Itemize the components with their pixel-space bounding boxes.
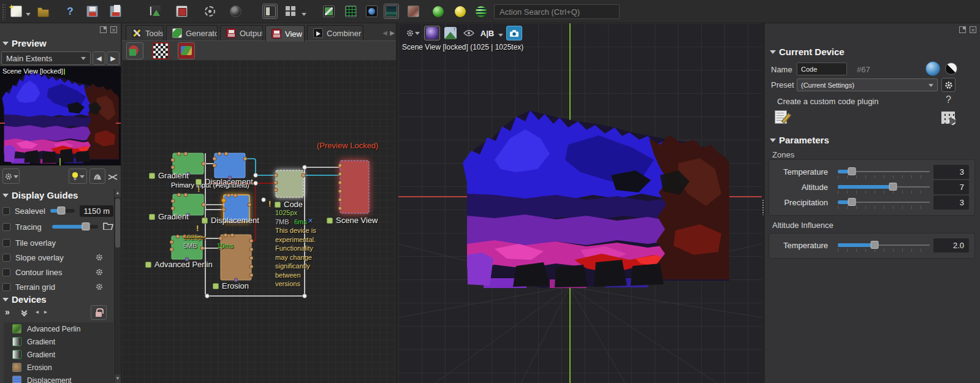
altitude-value[interactable]: 7 xyxy=(933,180,969,194)
action-search-input[interactable] xyxy=(494,4,620,19)
node-label-erosion[interactable]: Erosion xyxy=(213,281,249,290)
precipitation-slider[interactable] xyxy=(838,200,930,204)
prev-extents-button[interactable]: ◀ xyxy=(93,51,105,65)
close-stat-icon[interactable]: ✕ xyxy=(308,217,313,225)
tab-combiner[interactable]: Combiner xyxy=(307,25,363,40)
node-label-gradient-1[interactable]: Gradient xyxy=(149,171,189,180)
new-file-button[interactable] xyxy=(9,4,24,19)
sealevel-checkbox[interactable] xyxy=(2,207,10,215)
sealevel-slider[interactable] xyxy=(50,209,75,213)
tile-overlay-checkbox[interactable] xyxy=(2,239,10,247)
next-device-button[interactable]: ▸ xyxy=(44,308,47,315)
view-world-button[interactable] xyxy=(364,4,379,19)
edit-code-button[interactable] xyxy=(775,110,787,124)
layout-dropdown[interactable] xyxy=(302,13,306,18)
precipitation-value[interactable]: 3 xyxy=(933,195,969,210)
current-device-header[interactable]: Current Device xyxy=(770,47,845,57)
view-3d-button[interactable] xyxy=(384,4,399,19)
collapse-all-button[interactable] xyxy=(22,309,26,316)
visibility-button[interactable] xyxy=(462,26,476,40)
scene-3d-viewport[interactable]: A|B Scene View [locked] (1025 | 1025tex) xyxy=(398,23,762,383)
grid-settings-button[interactable] xyxy=(941,112,955,124)
view-graph-button[interactable] xyxy=(343,4,359,19)
highlighted-input-port[interactable] xyxy=(222,199,226,203)
device-name-input[interactable] xyxy=(797,63,847,75)
lock-button[interactable] xyxy=(91,305,107,320)
gear-icon[interactable] xyxy=(95,253,104,262)
alt-temperature-slider[interactable] xyxy=(838,243,930,247)
close-panel-icon[interactable]: × xyxy=(970,26,976,33)
device-list-item[interactable]: Erosion xyxy=(4,361,113,374)
preview-viewport[interactable]: Scene View [locked] xyxy=(0,66,121,165)
ab-compare-button[interactable]: A|B xyxy=(478,26,496,40)
new-file-dropdown[interactable] xyxy=(26,13,31,18)
scrollbar-thumb[interactable] xyxy=(115,199,120,248)
scroll-up-button[interactable]: ▲ xyxy=(115,189,121,197)
tracing-file-button[interactable] xyxy=(103,222,113,232)
temperature-value[interactable]: 3 xyxy=(933,165,969,179)
layout-quad-button[interactable] xyxy=(283,4,298,19)
world-machine-logo-button[interactable] xyxy=(228,4,243,19)
device-list-item[interactable]: Gradient xyxy=(4,335,113,348)
view-texture-button[interactable] xyxy=(406,4,421,19)
tab-scroll-right[interactable]: ▶ xyxy=(389,28,395,38)
scroll-down-button[interactable]: ▼ xyxy=(115,374,121,383)
contour-lines-checkbox[interactable] xyxy=(2,268,10,276)
device-list-item[interactable]: Displacement xyxy=(4,374,113,383)
terrain-grid-checkbox[interactable] xyxy=(2,283,10,291)
next-extents-button[interactable]: ▶ xyxy=(107,51,120,65)
left-panel-scrollbar[interactable]: ▲ ▼ xyxy=(114,189,121,383)
world-parameter-button[interactable] xyxy=(925,61,940,76)
device-list-item[interactable]: Gradient xyxy=(4,348,113,361)
altitude-slider[interactable] xyxy=(838,185,930,189)
help-icon[interactable]: ? xyxy=(946,94,951,105)
sealevel-value[interactable]: 1150 m xyxy=(80,205,113,217)
devices-section-header[interactable]: Devices xyxy=(2,294,47,305)
ab-dropdown[interactable] xyxy=(498,34,503,39)
orbit-camera-button[interactable] xyxy=(424,26,440,40)
save-button[interactable] xyxy=(85,4,100,19)
blend-toggle-button[interactable] xyxy=(945,63,957,75)
toolbar-grip[interactable] xyxy=(2,4,6,20)
alt-temperature-value[interactable]: 2.0 xyxy=(933,238,969,252)
screenshot-button[interactable] xyxy=(506,26,522,40)
preview-device-options-button[interactable] xyxy=(2,169,20,184)
gear-icon[interactable] xyxy=(95,283,104,291)
layout-single-button[interactable] xyxy=(262,4,278,19)
free-camera-button[interactable] xyxy=(443,26,458,40)
preview-section-header[interactable]: Preview xyxy=(2,38,47,48)
slope-overlay-checkbox[interactable] xyxy=(2,254,10,262)
layout-devices-button[interactable] xyxy=(174,4,189,19)
build-sphere-split-button[interactable] xyxy=(473,4,488,19)
splitter-handle[interactable] xyxy=(762,199,764,215)
build-settings-button[interactable] xyxy=(202,4,218,19)
tracing-checkbox[interactable] xyxy=(2,223,10,231)
temperature-slider[interactable] xyxy=(838,170,930,173)
tab-view[interactable]: View xyxy=(265,25,305,42)
tab-generator[interactable]: Generator xyxy=(166,25,218,40)
node-label-gradient-2[interactable]: Gradient xyxy=(149,212,189,221)
device-list-item[interactable]: Advanced Perlin xyxy=(4,322,113,335)
map-tool-button[interactable] xyxy=(178,42,195,59)
gear-icon[interactable] xyxy=(95,268,104,276)
extents-select[interactable]: Main Extents xyxy=(1,51,91,65)
preset-options-button[interactable] xyxy=(941,78,955,92)
expand-all-button[interactable]: » xyxy=(5,307,10,317)
node-label-advanced-perlin[interactable]: Advanced Perlin xyxy=(145,260,213,269)
wireframe-toggle[interactable] xyxy=(108,172,118,183)
node-label-code[interactable]: Code xyxy=(275,200,303,209)
node-graph-canvas[interactable]: !!! (Preview Locked) Primary Input (Heig… xyxy=(122,60,396,383)
plugin-link[interactable]: Create a custom code plugin xyxy=(777,97,878,106)
display-guides-header[interactable]: Display Guides xyxy=(2,190,78,200)
tab-output[interactable]: Output xyxy=(220,25,263,40)
tab-scroll-left[interactable]: ◀ xyxy=(382,28,388,38)
tracing-slider[interactable] xyxy=(52,225,98,229)
measure-button[interactable] xyxy=(147,4,162,19)
code-node[interactable] xyxy=(276,170,303,197)
checker-flag-tool-button[interactable] xyxy=(152,42,169,59)
float-panel-icon[interactable] xyxy=(959,26,966,33)
displacement-node-1[interactable] xyxy=(215,153,245,178)
scene-view-node[interactable] xyxy=(340,161,369,213)
device-list[interactable]: Advanced Perlin Gradient Gradient Erosio… xyxy=(4,322,113,383)
build-sphere-yellow-button[interactable] xyxy=(452,4,468,19)
